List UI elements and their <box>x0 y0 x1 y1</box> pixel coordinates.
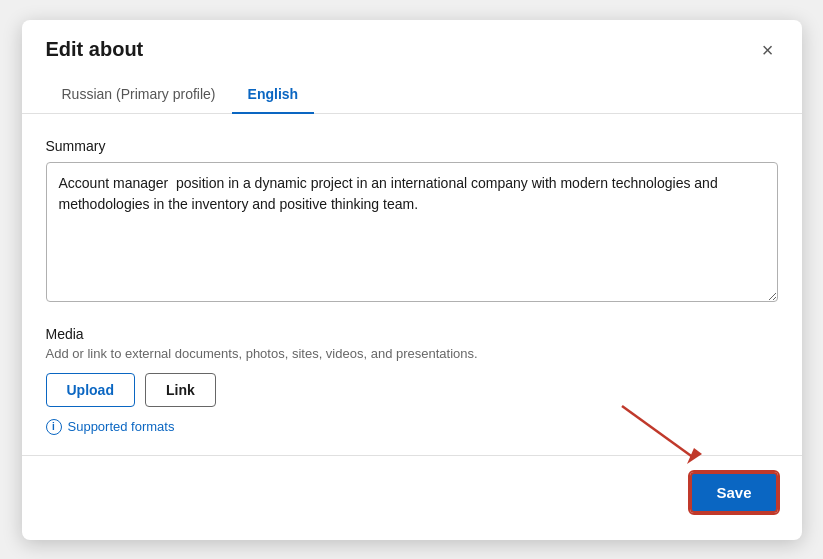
link-button[interactable]: Link <box>145 373 216 407</box>
modal-body: Summary Media Add or link to external do… <box>22 114 802 435</box>
supported-formats-link[interactable]: Supported formats <box>68 419 175 434</box>
tabs-container: Russian (Primary profile) English <box>22 76 802 114</box>
upload-button[interactable]: Upload <box>46 373 135 407</box>
supported-formats-row: i Supported formats <box>46 419 778 435</box>
modal-header: Edit about × <box>22 20 802 64</box>
modal-footer: Save <box>22 455 802 529</box>
info-icon: i <box>46 419 62 435</box>
tab-english[interactable]: English <box>232 76 315 114</box>
media-section: Media Add or link to external documents,… <box>46 326 778 435</box>
modal-overlay: Edit about × Russian (Primary profile) E… <box>0 0 823 559</box>
edit-about-modal: Edit about × Russian (Primary profile) E… <box>22 20 802 540</box>
modal-title: Edit about <box>46 38 144 61</box>
media-label: Media <box>46 326 778 342</box>
summary-label: Summary <box>46 138 778 154</box>
save-button[interactable]: Save <box>690 472 777 513</box>
tab-russian[interactable]: Russian (Primary profile) <box>46 76 232 114</box>
media-buttons: Upload Link <box>46 373 778 407</box>
close-button[interactable]: × <box>758 36 778 64</box>
summary-textarea[interactable] <box>46 162 778 302</box>
svg-marker-1 <box>687 448 702 464</box>
media-description: Add or link to external documents, photo… <box>46 346 778 361</box>
